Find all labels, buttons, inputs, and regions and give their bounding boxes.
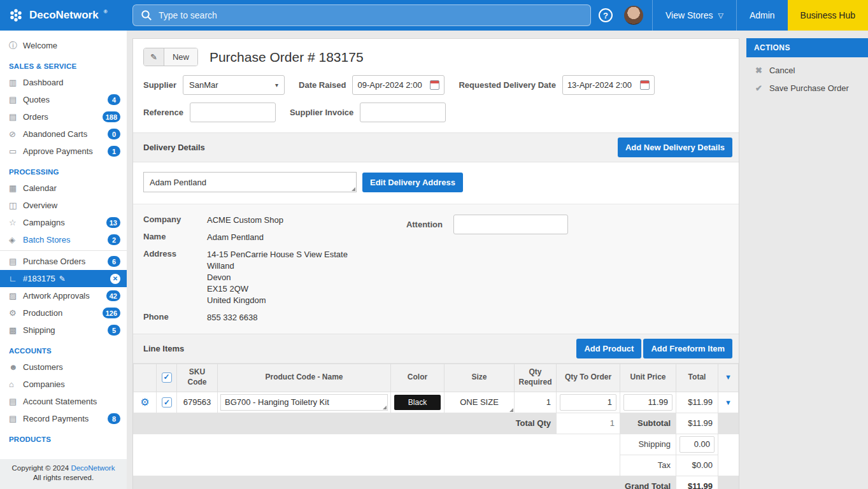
row-product-name[interactable]: BG700 - Hanging Toiletry Kit xyxy=(220,394,388,411)
name-value: Adam Pentland xyxy=(207,232,348,243)
line-items-title: Line Items xyxy=(139,344,184,353)
grand-total-value: $11.99 xyxy=(676,476,718,489)
row-settings-icon[interactable]: ⚙ xyxy=(140,397,149,408)
sidebar-item-quotes[interactable]: ▤ Quotes 4 xyxy=(0,91,127,108)
expand-all-icon[interactable]: ▼ xyxy=(725,373,732,381)
help-icon[interactable]: ? xyxy=(599,8,613,22)
close-icon[interactable]: ✕ xyxy=(110,274,120,284)
view-stores-menu[interactable]: View Stores ▽ xyxy=(652,0,736,31)
sidebar-item-account-statements[interactable]: ▤ Account Statements xyxy=(0,393,127,410)
requested-delivery-input[interactable] xyxy=(567,80,636,90)
address-value: 14-15 PenCarrie House S View Estate Will… xyxy=(207,249,348,306)
line-items-table: ✓ SKU Code Product Code - Name Color Siz… xyxy=(133,364,739,489)
row-expand-icon[interactable]: ▼ xyxy=(725,399,732,406)
save-purchase-order-action[interactable]: ✔ Save Purchase Order xyxy=(746,75,868,93)
calendar-picker-icon[interactable] xyxy=(430,80,439,90)
edit-delivery-address-button[interactable]: Edit Delivery Address xyxy=(362,173,463,192)
deconetwork-link[interactable]: DecoNetwork xyxy=(71,464,115,472)
purchase-orders-badge: 6 xyxy=(108,256,120,267)
sidebar-item-welcome[interactable]: ⓘ Welcome xyxy=(0,37,127,54)
avatar[interactable] xyxy=(624,6,643,25)
artwork-approvals-badge: 42 xyxy=(106,290,120,301)
supplier-label: Supplier xyxy=(143,80,176,90)
sidebar-item-artwork-approvals[interactable]: ▨ Artwork Approvals 42 xyxy=(0,287,127,304)
col-size: Size xyxy=(445,364,515,392)
col-sku: SKU Code xyxy=(177,364,218,392)
section-processing: PROCESSING xyxy=(0,160,127,180)
sidebar-item-purchase-orders[interactable]: ▤ Purchase Orders 6 xyxy=(0,253,127,270)
select-all-header: ✓ xyxy=(157,364,177,392)
admin-tab[interactable]: Admin xyxy=(736,0,788,31)
add-delivery-details-button[interactable]: Add New Delivery Details xyxy=(618,138,732,157)
shipping-label: Shipping xyxy=(620,434,676,455)
row-total: $11.99 xyxy=(676,392,718,413)
sidebar-divider xyxy=(0,250,127,251)
select-all-checkbox[interactable]: ✓ xyxy=(162,372,172,383)
col-unit-price: Unit Price xyxy=(620,364,676,392)
calendar-picker-icon[interactable] xyxy=(640,80,650,90)
grand-total-row: Grand Total $11.99 xyxy=(134,476,739,489)
add-product-button[interactable]: Add Product xyxy=(576,339,641,358)
date-raised-input[interactable] xyxy=(357,80,426,90)
global-search[interactable] xyxy=(132,4,591,26)
row-qty-required: 1 xyxy=(515,392,557,413)
calendar-icon: ▦ xyxy=(9,183,22,193)
person-icon: ☻ xyxy=(9,362,22,372)
subtotal-value: $11.99 xyxy=(676,413,718,434)
search-input[interactable] xyxy=(159,10,583,20)
sidebar-item-orders[interactable]: ▤ Orders 188 xyxy=(0,108,127,125)
row-qty-to-order-input[interactable] xyxy=(560,394,616,411)
phone-label: Phone xyxy=(143,312,196,322)
shipping-input[interactable] xyxy=(679,436,715,453)
business-hub-tab[interactable]: Business Hub xyxy=(788,0,868,31)
sidebar-item-companies[interactable]: ⌂ Companies xyxy=(0,376,127,393)
cancel-action[interactable]: ✖ Cancel xyxy=(746,57,868,75)
brand[interactable]: DecoNetwork® xyxy=(0,7,127,24)
sidebar-nav: ⓘ Welcome SALES & SERVICE ▥ Dashboard ▤ … xyxy=(0,31,127,459)
sidebar-item-customers[interactable]: ☻ Customers xyxy=(0,358,127,376)
edit-status-icon[interactable]: ✎ xyxy=(144,48,164,66)
sidebar-item-overview[interactable]: ◫ Overview xyxy=(0,197,127,214)
recipient-select[interactable]: Adam Pentland xyxy=(143,172,357,192)
document-icon: ▤ xyxy=(9,95,22,104)
po-status-control[interactable]: ✎ New xyxy=(143,48,198,66)
add-freeform-item-button[interactable]: Add Freeform Item xyxy=(643,339,732,358)
section-accounts: ACCOUNTS xyxy=(0,339,127,358)
chevron-down-icon: ▾ xyxy=(275,82,278,89)
row-sku: 679563 xyxy=(177,392,218,413)
row-size-select[interactable]: ONE SIZE xyxy=(445,392,515,413)
sidebar-item-approve-payments[interactable]: ▭ Approve Payments 1 xyxy=(0,143,127,160)
row-unit-price-input[interactable] xyxy=(623,394,672,411)
sidebar-item-po-183175[interactable]: ∟ #183175 ✎ ✕ xyxy=(0,270,127,287)
sidebar-item-dashboard[interactable]: ▥ Dashboard xyxy=(0,74,127,91)
address-label: Address xyxy=(143,249,196,259)
sidebar-item-batch-stores[interactable]: ◈ Batch Stores 2 xyxy=(0,231,127,248)
shipping-badge: 5 xyxy=(108,325,120,336)
phone-value: 855 332 6638 xyxy=(207,312,348,323)
sidebar-item-abandoned-carts[interactable]: ⊘ Abandoned Carts 0 xyxy=(0,125,127,143)
attention-input[interactable] xyxy=(453,215,568,234)
sidebar-item-production[interactable]: ⚙ Production 126 xyxy=(0,304,127,322)
reference-input[interactable] xyxy=(190,103,276,122)
image-icon: ▨ xyxy=(9,291,22,301)
name-label: Name xyxy=(143,232,196,241)
purchase-order-card: ✎ New Purchase Order # 183175 Supplier S… xyxy=(132,38,739,489)
col-product: Product Code - Name xyxy=(218,364,391,392)
delivery-recipient-row: Adam Pentland Edit Delivery Address xyxy=(133,162,739,204)
row-color-select[interactable]: Black xyxy=(394,395,441,410)
supplier-invoice-input[interactable] xyxy=(360,103,446,122)
sidebar-item-shipping[interactable]: ▩ Shipping 5 xyxy=(0,322,127,339)
sidebar-item-calendar[interactable]: ▦ Calendar xyxy=(0,180,127,197)
supplier-select[interactable]: SanMar ▾ xyxy=(183,75,285,95)
sidebar-item-record-payments[interactable]: ▤ Record Payments 8 xyxy=(0,410,127,427)
date-raised-label: Date Raised xyxy=(299,80,346,90)
col-total: Total xyxy=(676,364,718,392)
row-checkbox[interactable]: ✓ xyxy=(162,397,172,408)
totals-row: Total Qty 1 Subtotal $11.99 xyxy=(134,413,739,434)
actions-header: ACTIONS xyxy=(746,38,868,57)
list-icon: ▤ xyxy=(9,257,22,266)
pencil-icon[interactable]: ✎ xyxy=(59,274,66,283)
orders-badge: 188 xyxy=(103,111,120,122)
gear-icon: ⚙ xyxy=(9,308,22,318)
sidebar-item-campaigns[interactable]: ☆ Campaigns 13 xyxy=(0,214,127,231)
